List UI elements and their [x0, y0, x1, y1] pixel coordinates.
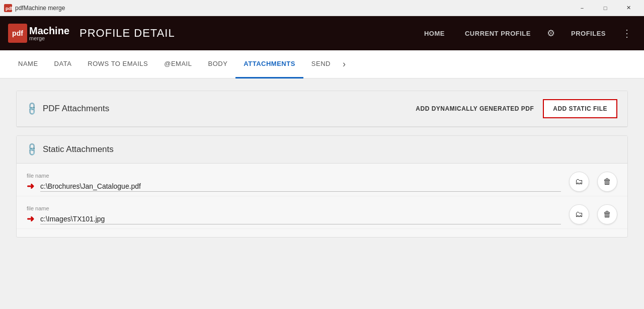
- logo-icon: pdf: [8, 24, 27, 43]
- trash-icon-2: 🗑: [603, 210, 611, 219]
- close-button[interactable]: ✕: [617, 0, 640, 16]
- pdf-attachments-header: 🔗 PDF Attachments ADD DYNAMICALLY GENERA…: [17, 91, 627, 127]
- logo-machine: Machine: [29, 26, 69, 36]
- add-static-file-button[interactable]: ADD STATIC FILE: [543, 99, 617, 118]
- header: pdf Machine merge PROFILE DETAIL HOME CU…: [0, 16, 644, 50]
- add-dynamic-pdf-button[interactable]: ADD DYNAMICALLY GENERATED PDF: [407, 100, 543, 117]
- logo-merge: merge: [29, 36, 69, 41]
- file-row: file name ➜ 🗂 🗑: [17, 196, 627, 229]
- arrow-indicator-1: ➜: [27, 181, 34, 192]
- tab-send[interactable]: SEND: [303, 50, 339, 79]
- tabs-more-icon[interactable]: ›: [339, 59, 350, 69]
- pdf-attachments-section: 🔗 PDF Attachments ADD DYNAMICALLY GENERA…: [16, 91, 628, 127]
- tab-rows-to-emails[interactable]: ROWS TO EMAILS: [79, 50, 156, 79]
- nav-home[interactable]: HOME: [416, 26, 453, 41]
- tab-body[interactable]: BODY: [200, 50, 235, 79]
- tab-data[interactable]: DATA: [46, 50, 80, 79]
- pdf-attachments-title: 🔗 PDF Attachments: [27, 103, 407, 114]
- file-input-group-1: file name ➜: [27, 173, 561, 192]
- clip-icon-static: 🔗: [24, 141, 40, 157]
- logo-text: Machine merge: [29, 26, 69, 41]
- tab-name[interactable]: NAME: [10, 50, 46, 79]
- window-controls: − □ ✕: [571, 0, 640, 16]
- restore-button[interactable]: □: [594, 0, 617, 16]
- file-label-2: file name: [27, 205, 561, 211]
- titlebar-title: pdfMachine merge: [15, 5, 571, 12]
- main-content: 🔗 PDF Attachments ADD DYNAMICALLY GENERA…: [0, 79, 644, 309]
- header-nav: HOME CURRENT PROFILE ⚙ PROFILES ⋮: [416, 23, 636, 43]
- pdf-attachments-actions: ADD DYNAMICALLY GENERATED PDF ADD STATIC…: [407, 99, 617, 118]
- file-row: file name ➜ 🗂 🗑: [17, 164, 627, 196]
- gear-icon[interactable]: ⚙: [543, 24, 559, 43]
- more-options-icon[interactable]: ⋮: [618, 23, 636, 43]
- nav-current-profile[interactable]: CURRENT PROFILE: [457, 26, 539, 41]
- trash-icon-1: 🗑: [603, 177, 611, 186]
- titlebar: pdf pdfMachine merge − □ ✕: [0, 0, 644, 16]
- folder-icon-2: 🗂: [575, 210, 583, 219]
- app-icon: pdf: [4, 4, 12, 12]
- delete-button-2[interactable]: 🗑: [597, 204, 617, 224]
- page-title: PROFILE DETAIL: [79, 27, 416, 40]
- tab-email[interactable]: @EMAIL: [156, 50, 200, 79]
- browse-button-1[interactable]: 🗂: [569, 172, 589, 192]
- file-input-container-2: ➜: [27, 213, 561, 224]
- svg-text:pdf: pdf: [6, 6, 12, 11]
- tabs: NAME DATA ROWS TO EMAILS @EMAIL BODY ATT…: [0, 50, 644, 79]
- static-attachments-header: 🔗 Static Attachments: [17, 136, 627, 164]
- file-path-input-1[interactable]: [40, 181, 561, 192]
- file-input-container-1: ➜: [27, 181, 561, 192]
- file-path-input-2[interactable]: [40, 214, 561, 224]
- nav-profiles[interactable]: PROFILES: [563, 26, 614, 41]
- delete-button-1[interactable]: 🗑: [597, 172, 617, 192]
- folder-icon-1: 🗂: [575, 177, 583, 186]
- static-attachments-section: 🔗 Static Attachments file name ➜ 🗂 🗑: [16, 135, 628, 238]
- file-label-1: file name: [27, 173, 561, 179]
- file-input-group-2: file name ➜: [27, 205, 561, 224]
- clip-icon-pdf: 🔗: [24, 101, 40, 116]
- static-attachments-title: 🔗 Static Attachments: [27, 144, 617, 155]
- browse-button-2[interactable]: 🗂: [569, 204, 589, 224]
- tab-attachments[interactable]: ATTACHMENTS: [235, 50, 303, 79]
- minimize-button[interactable]: −: [571, 0, 594, 16]
- arrow-indicator-2: ➜: [27, 213, 34, 224]
